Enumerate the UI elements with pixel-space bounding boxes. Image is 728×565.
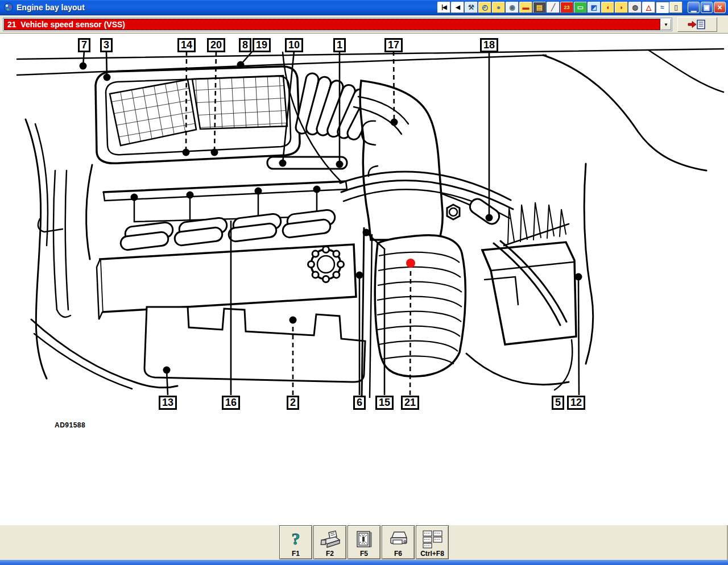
world-clock-icon[interactable]: ◴ [478,2,491,13]
car-data-icon[interactable]: ▬ [519,2,532,13]
device-button-f6[interactable]: F6 [382,525,415,559]
fkey-label: F2 [326,550,334,558]
callout-box-8[interactable]: 8 [239,38,251,52]
plug-icon[interactable]: ▯ [669,2,682,13]
printer-green-icon[interactable]: ▭ [574,2,587,13]
gauges-icon[interactable]: ◉ [506,2,519,13]
mouse-icon[interactable]: ● [492,2,505,13]
car-rear-icon[interactable]: ◗ [615,2,628,13]
measure-device-icon[interactable]: ◩ [588,2,601,13]
print-icon [319,530,341,549]
nav-first-button[interactable]: |◀ [437,2,450,13]
minimize-button[interactable]: ▁ [688,2,700,13]
callout-box-14[interactable]: 14 [177,38,196,52]
taskbar-edge [0,560,728,565]
fault-codes-icon[interactable]: 23 [560,2,573,13]
pacman-icon[interactable]: ◖ [601,2,614,13]
selector-row: 21 Vehicle speed sensor (VSS) ▼ [0,16,728,33]
help-icon: ? [287,530,304,549]
app-icon [3,2,14,13]
svg-text:?: ? [292,530,300,548]
callout-box-18[interactable]: 18 [480,38,498,52]
close-button[interactable]: × [714,2,726,13]
tools-icon[interactable]: ⚒ [465,2,478,13]
callout-box-3[interactable]: 3 [100,38,113,52]
goto-component-button[interactable] [677,17,717,32]
datalist-button-ctrlf8[interactable]: Ctrl+F8 [416,525,449,559]
callout-box-7[interactable]: 7 [78,38,90,52]
function-key-bar: ? F1 F2 F5 [0,524,728,560]
fkey-label: F1 [292,550,300,558]
callout-box-12[interactable]: 12 [567,396,585,410]
datalist-icon [421,530,444,549]
callout-box-15[interactable]: 15 [375,396,394,410]
chevron-down-icon[interactable]: ▼ [661,19,671,30]
wheel-icon[interactable]: ◍ [628,2,642,13]
module-button-f5[interactable]: F5 [348,525,380,559]
window-titlebar: Engine bay layout |◀◀⚒◴●◉▬▤╱23▭◩◖◗◍△≈▯ ▁… [0,0,728,15]
window-controls: ▁▣× [688,2,726,13]
figure-code: AD91588 [55,421,85,429]
module-icon [354,530,374,549]
device-icon [387,530,409,549]
fkey-label: F6 [394,550,402,558]
callout-box-20[interactable]: 20 [207,38,225,52]
callout-box-19[interactable]: 19 [253,38,271,52]
engine-bay-diagram: AD91588 73142081910117181316261521512 [0,33,728,524]
restore-button[interactable]: ▣ [701,2,713,13]
dashboard-icon[interactable]: ▤ [533,2,546,13]
engine-layout-icon[interactable]: ≈ [656,2,669,13]
goto-arrow-icon [688,19,707,30]
titlebar-toolbar: |◀◀⚒◴●◉▬▤╱23▭◩◖◗◍△≈▯ [437,2,682,13]
abs-warning-icon[interactable]: △ [642,2,655,13]
callout-box-5[interactable]: 5 [552,396,564,410]
fkey-label: Ctrl+F8 [420,550,444,558]
callout-box-16[interactable]: 16 [222,396,240,410]
callout-box-2[interactable]: 2 [287,396,299,410]
component-dropdown-value[interactable]: 21 Vehicle speed sensor (VSS) [4,19,660,30]
window-title: Engine bay layout [16,3,437,12]
callout-box-10[interactable]: 10 [285,38,303,52]
callout-box-21[interactable]: 21 [401,396,419,410]
print-button-f2[interactable]: F2 [313,525,346,559]
nav-back-button[interactable]: ◀ [451,2,464,13]
fkey-label: F5 [360,550,368,558]
help-button-f1[interactable]: ? F1 [279,525,312,559]
callout-box-13[interactable]: 13 [159,396,177,410]
callout-box-1[interactable]: 1 [333,38,346,52]
component-dropdown[interactable]: 21 Vehicle speed sensor (VSS) ▼ [3,18,672,31]
callout-box-17[interactable]: 17 [384,38,403,52]
probe-icon[interactable]: ╱ [547,2,560,13]
callout-box-6[interactable]: 6 [353,396,366,410]
